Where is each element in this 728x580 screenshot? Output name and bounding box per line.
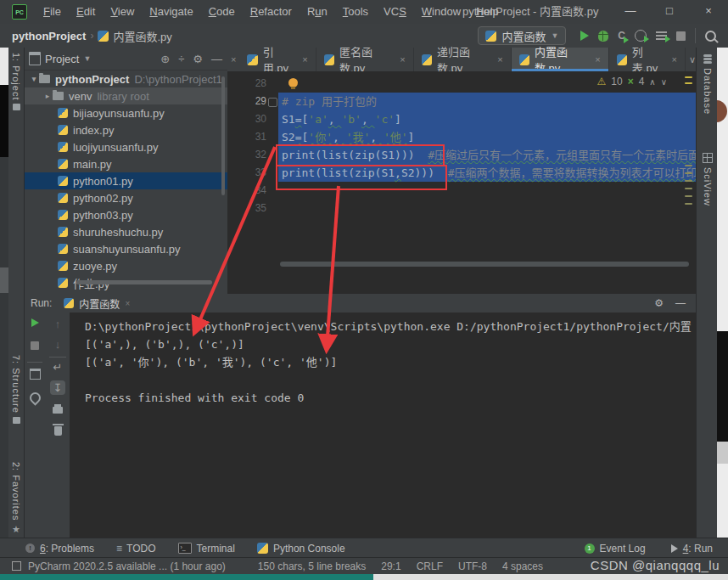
tree-item-shuruheshuchu-py[interactable]: shuruheshuchu.py: [24, 223, 227, 240]
tool-window-button-todo[interactable]: ≡TODO: [116, 543, 155, 555]
tool-window-button-run[interactable]: 4: Run: [671, 543, 713, 555]
editor-line-32[interactable]: 32print(list(zip(S1))) #压缩过后只有一个元素，元组里面只…: [227, 146, 696, 164]
up-stacktrace-button[interactable]: ↑: [46, 318, 70, 330]
menu-navigate[interactable]: Navigate: [142, 0, 200, 24]
hidden-tabs-chevron-icon[interactable]: ∨: [689, 54, 696, 65]
tool-button-project[interactable]: 1: Project: [8, 53, 24, 110]
chevron-right-icon: ▸: [42, 92, 53, 100]
run-button[interactable]: [580, 31, 589, 41]
editor-line-31[interactable]: 31S2=['你', '我', '他']: [227, 128, 696, 146]
tool-window-button-problems[interactable]: !6: Problems: [25, 543, 94, 555]
tab-引用-py[interactable]: 引用.py×: [239, 48, 316, 71]
hide-panel-button[interactable]: —: [675, 297, 686, 309]
tree-item-python02-py[interactable]: python02.py: [24, 189, 227, 206]
close-icon[interactable]: ×: [595, 54, 600, 65]
pin-tab-button[interactable]: [24, 392, 46, 403]
maximize-button[interactable]: □: [650, 0, 689, 24]
breadcrumb-project[interactable]: pythonProject: [12, 30, 86, 42]
tab-内置函数-py[interactable]: 内置函数.py×: [512, 48, 609, 71]
stop-process-button[interactable]: [24, 341, 46, 350]
down-stacktrace-button[interactable]: ↓: [46, 338, 70, 351]
menu-vcs[interactable]: VCS: [376, 0, 414, 24]
close-icon[interactable]: ×: [227, 54, 239, 65]
tree-item-python03-py[interactable]: python03.py: [24, 206, 227, 223]
tree-item-venv[interactable]: ▸venvlibrary root: [24, 87, 227, 104]
fold-marker-icon[interactable]: [268, 98, 277, 107]
settings-gear-icon[interactable]: ⚙: [654, 297, 664, 309]
close-icon[interactable]: ×: [125, 299, 130, 308]
status-message[interactable]: PyCharm 2020.2.5 available ... (1 hour a…: [28, 560, 226, 572]
status-indent[interactable]: 4 spaces: [502, 560, 543, 572]
status-line-separator[interactable]: CRLF: [417, 560, 443, 572]
status-caret-position[interactable]: 29:1: [381, 560, 400, 572]
coverage-button[interactable]: C: [618, 30, 625, 42]
editor-line-34[interactable]: 34: [227, 182, 696, 200]
close-icon[interactable]: ×: [400, 54, 405, 65]
settings-gear-icon[interactable]: ⚙: [193, 53, 203, 65]
project-panel-tab[interactable]: Project ▼: [29, 52, 91, 65]
tree-item-main-py[interactable]: main.py: [24, 155, 227, 172]
editor-line-30[interactable]: 30S1=['a', 'b', 'c']: [227, 110, 696, 128]
menu-file[interactable]: File: [36, 0, 69, 24]
editor-line-35[interactable]: 35: [227, 200, 696, 217]
menu-run[interactable]: Run: [300, 0, 335, 24]
soft-wrap-button[interactable]: ↵: [46, 361, 70, 374]
tab-匿名函数-py[interactable]: 匿名函数.py×: [316, 48, 414, 71]
menu-window[interactable]: Window: [414, 0, 468, 24]
project-vertical-scrollbar[interactable]: [221, 76, 225, 195]
concurrency-button[interactable]: [656, 31, 667, 41]
rerun-button[interactable]: [24, 318, 46, 327]
tool-window-button-eventlog[interactable]: 1Event Log: [585, 543, 646, 555]
tree-item-index-py[interactable]: index.py: [24, 121, 227, 138]
close-button[interactable]: ×: [689, 0, 728, 24]
collapse-all-button[interactable]: ÷: [178, 53, 184, 65]
tree-item-python01-py[interactable]: python01.py: [24, 172, 227, 189]
project-horizontal-scrollbar[interactable]: [76, 280, 212, 284]
tree-item-suanshuyunsuanfu-py[interactable]: suanshuyunsuanfu.py: [24, 240, 227, 257]
menu-view[interactable]: View: [103, 0, 142, 24]
tool-window-button-terminal[interactable]: ›_Terminal: [178, 543, 235, 555]
minimize-button[interactable]: —: [611, 0, 650, 24]
menu-code[interactable]: Code: [201, 0, 243, 24]
search-everywhere-button[interactable]: [705, 31, 716, 42]
intention-bulb-icon[interactable]: [288, 78, 298, 87]
tab-递归函数-py[interactable]: 递归函数.py×: [414, 48, 512, 71]
print-button[interactable]: [46, 404, 70, 414]
close-icon[interactable]: ×: [671, 54, 676, 65]
menu-tools[interactable]: Tools: [335, 0, 376, 24]
tree-item-luojiyunsuanfu-py[interactable]: luojiyunsuanfu.py: [24, 138, 227, 155]
run-tab[interactable]: 内置函数 ×: [64, 296, 130, 311]
console-output[interactable]: D:\pythonProject1\pythonProject\venv\Scr…: [70, 313, 696, 538]
tool-window-button-python[interactable]: Python Console: [257, 543, 345, 555]
menu-edit[interactable]: Edit: [69, 0, 103, 24]
stop-button[interactable]: [676, 31, 686, 41]
tree-root-pythonproject[interactable]: ▾pythonProjectD:\pythonProject1: [24, 70, 227, 87]
profiler-button[interactable]: [635, 30, 647, 42]
clear-console-button[interactable]: [46, 425, 70, 436]
debug-button[interactable]: [598, 31, 608, 42]
restore-layout-button[interactable]: [24, 369, 46, 380]
breadcrumb-file[interactable]: 内置函数.py: [113, 28, 171, 44]
code-editor[interactable]: ⚠ 10 × 4 ∧ ∨ 2829# zip 用于打包的30S1=['a', '…: [227, 71, 696, 294]
tree-item-zuoye-py[interactable]: zuoye.py: [24, 257, 227, 274]
close-icon[interactable]: ×: [302, 54, 307, 65]
locate-file-button[interactable]: ⊕: [160, 53, 170, 65]
close-icon[interactable]: ×: [497, 54, 502, 65]
menu-refactor[interactable]: Refactor: [243, 0, 300, 24]
status-char-count[interactable]: 150 chars, 5 line breaks: [258, 560, 366, 572]
tree-item-bijiaoyunsuanfu-py[interactable]: bijiaoyunsuanfu.py: [24, 104, 227, 121]
tool-button-structure[interactable]: 7: Structure: [8, 355, 24, 424]
editor-line-33[interactable]: 33print(list(zip(S1,S2))) #压缩两个数据，需要将数据转…: [227, 164, 696, 182]
tool-button-database[interactable]: Database: [697, 54, 718, 115]
tool-button-sciview[interactable]: SciView: [697, 153, 718, 206]
hide-panel-button[interactable]: —: [211, 53, 222, 65]
run-config-select[interactable]: 内置函数 ▼: [478, 26, 566, 45]
editor-line-29[interactable]: 29# zip 用于打包的: [227, 93, 696, 110]
tab-列表-py[interactable]: 列表.py×: [609, 48, 686, 71]
status-encoding[interactable]: UTF-8: [458, 560, 487, 572]
scroll-to-end-button[interactable]: ↧: [46, 380, 70, 395]
update-icon[interactable]: [12, 561, 21, 571]
editor-line-28[interactable]: 28: [227, 75, 696, 93]
editor-horizontal-scrollbar[interactable]: [280, 262, 689, 267]
tool-button-favorites[interactable]: 2: Favorites ★: [8, 462, 24, 535]
